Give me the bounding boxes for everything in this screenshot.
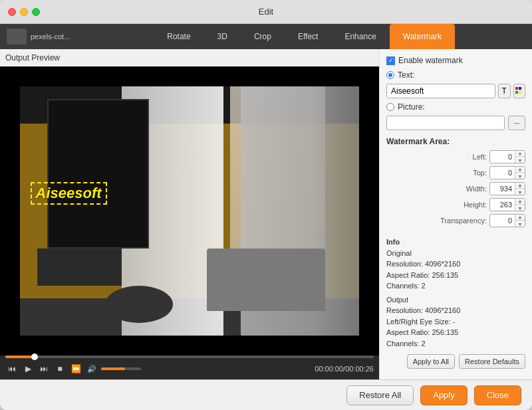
skip-fwd-btn[interactable]: ⏭	[37, 362, 51, 375]
skip-back-btn[interactable]: ⏮	[5, 362, 19, 375]
top-up[interactable]: ▲	[515, 166, 525, 173]
time-display: 00:00:00/00:00:26	[315, 365, 374, 373]
top-label: Top:	[434, 169, 487, 177]
original-label: Original	[386, 248, 525, 259]
watermark-text-input[interactable]	[386, 84, 495, 98]
svg-rect-1	[519, 87, 521, 90]
left-up[interactable]: ▲	[515, 150, 525, 157]
apply-button[interactable]: Apply	[420, 385, 467, 405]
top-value: 0	[490, 169, 515, 177]
window-title: Edit	[259, 7, 273, 17]
transparency-down[interactable]: ▼	[515, 221, 525, 227]
play-btn[interactable]: ▶	[21, 362, 35, 375]
width-down[interactable]: ▼	[515, 189, 525, 195]
close-traffic-light[interactable]	[8, 8, 16, 16]
tab-watermark[interactable]: Watermark	[390, 24, 455, 49]
transparency-up[interactable]: ▲	[515, 214, 525, 221]
output-resolution: Resolution: 4096*2160	[386, 305, 525, 316]
controls-row: ⏮ ▶ ⏭ ■ ⏩ 🔊 00:00:00/00:00:26	[5, 361, 374, 377]
text-color-btn[interactable]	[513, 84, 526, 98]
width-value: 934	[490, 185, 515, 193]
preview-label: Output Preview	[0, 49, 379, 66]
restore-defaults-button[interactable]: Restore Defaults	[459, 354, 525, 369]
maximize-traffic-light[interactable]	[32, 8, 40, 16]
transparency-label: Transparency:	[434, 217, 487, 225]
top-spinner[interactable]: 0 ▲ ▼	[489, 166, 525, 179]
minimize-traffic-light[interactable]	[20, 8, 28, 16]
height-label: Height:	[434, 201, 487, 209]
progress-thumb[interactable]	[31, 354, 38, 360]
volume-fill	[101, 367, 125, 370]
tab-rotate[interactable]: Rotate	[154, 24, 203, 49]
height-arrows: ▲ ▼	[515, 198, 525, 211]
file-thumbnail	[7, 29, 27, 45]
room-scene	[20, 86, 359, 336]
next-frame-btn[interactable]: ⏩	[69, 362, 82, 375]
tv-screen	[47, 99, 149, 249]
transparency-field-row: Transparency: 0 ▲ ▼	[386, 214, 525, 227]
svg-rect-2	[515, 91, 518, 94]
tab-3d[interactable]: 3D	[204, 24, 241, 49]
width-label: Width:	[434, 185, 487, 193]
traffic-lights	[8, 8, 40, 16]
color-icon	[515, 86, 524, 96]
restore-all-button[interactable]: Restore All	[346, 385, 414, 405]
width-field-row: Width: 934 ▲ ▼	[386, 182, 525, 195]
volume-icon: 🔊	[85, 362, 98, 375]
enable-watermark-label: Enable watermark	[398, 56, 463, 65]
video-area: Aiseesoft	[0, 66, 379, 356]
text-radio[interactable]	[386, 71, 394, 79]
height-down[interactable]: ▼	[515, 205, 525, 211]
output-channels: Channels: 2	[386, 338, 525, 350]
svg-rect-0	[515, 87, 518, 90]
apply-to-all-button[interactable]: Apply to All	[407, 354, 455, 369]
file-tab: pexels-cot...	[0, 24, 76, 49]
width-up[interactable]: ▲	[515, 182, 525, 189]
watermark-area-section: Watermark Area: Left: 0 ▲ ▼ Top: 0	[386, 137, 525, 230]
enable-watermark-row: ✓ Enable watermark	[386, 56, 525, 65]
output-eye-size: Left/Right Eye Size: -	[386, 316, 525, 328]
playback-bar: ⏮ ▶ ⏭ ■ ⏩ 🔊 00:00:00/00:00:26	[0, 356, 379, 379]
tab-effect[interactable]: Effect	[285, 24, 331, 49]
close-button[interactable]: Close	[474, 385, 521, 405]
left-label: Left:	[434, 153, 487, 161]
left-spinner[interactable]: 0 ▲ ▼	[489, 150, 525, 163]
height-up[interactable]: ▲	[515, 198, 525, 205]
width-arrows: ▲ ▼	[515, 182, 525, 195]
top-down[interactable]: ▼	[515, 173, 525, 179]
enable-watermark-checkbox[interactable]: ✓	[386, 56, 395, 65]
text-format-btn[interactable]: T	[498, 84, 511, 98]
tv-unit	[37, 249, 122, 286]
left-value: 0	[490, 153, 515, 161]
right-panel: ✓ Enable watermark Text: T	[379, 49, 532, 379]
apply-all-row: Apply to All Restore Defaults	[386, 354, 525, 369]
picture-path-input[interactable]	[386, 116, 505, 130]
left-down[interactable]: ▼	[515, 157, 525, 163]
transparency-arrows: ▲ ▼	[515, 214, 525, 227]
tab-crop[interactable]: Crop	[241, 24, 285, 49]
progress-track[interactable]	[5, 356, 374, 358]
watermark-overlay[interactable]: Aiseesoft	[31, 182, 107, 205]
height-value: 263	[490, 201, 515, 209]
top-field-row: Top: 0 ▲ ▼	[386, 166, 525, 179]
watermark-area-title: Watermark Area:	[386, 137, 525, 146]
transparency-spinner[interactable]: 0 ▲ ▼	[489, 214, 525, 227]
text-radio-row: Text:	[386, 70, 525, 80]
browse-btn[interactable]: ···	[508, 116, 525, 130]
tab-enhance[interactable]: Enhance	[331, 24, 389, 49]
original-channels: Channels: 2	[386, 280, 525, 292]
content-area: Output Preview Aiseesoft	[0, 49, 532, 379]
height-field-row: Height: 263 ▲ ▼	[386, 198, 525, 211]
width-spinner[interactable]: 934 ▲ ▼	[489, 182, 525, 195]
picture-radio[interactable]	[386, 103, 394, 111]
top-arrows: ▲ ▼	[515, 166, 525, 179]
volume-track[interactable]	[101, 367, 141, 370]
preview-panel: Output Preview Aiseesoft	[0, 49, 379, 379]
table	[105, 286, 173, 323]
picture-radio-label: Picture:	[398, 102, 425, 112]
stop-btn[interactable]: ■	[53, 362, 66, 375]
progress-fill	[5, 356, 35, 358]
height-spinner[interactable]: 263 ▲ ▼	[489, 198, 525, 211]
picture-input-row: ···	[386, 116, 525, 130]
picture-radio-row: Picture:	[386, 102, 525, 112]
